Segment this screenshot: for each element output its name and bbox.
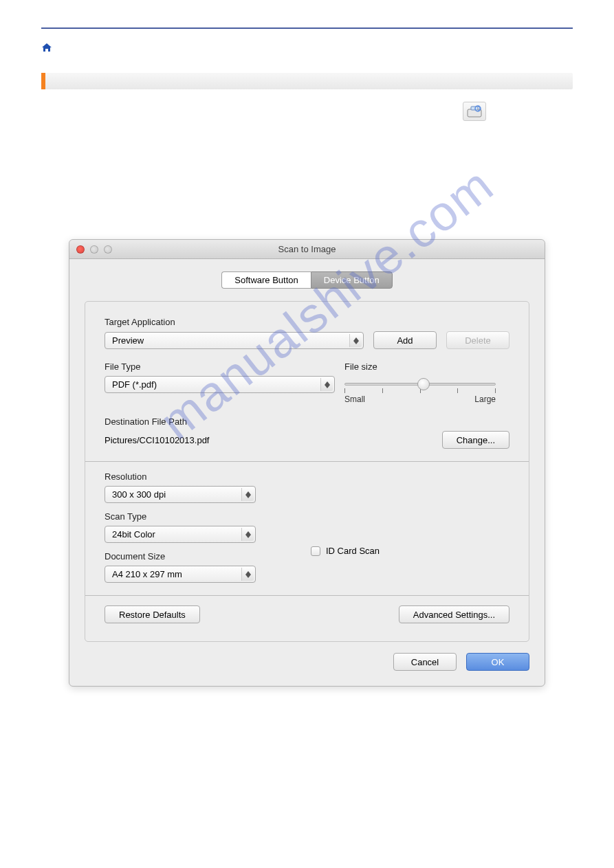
file-size-slider[interactable]: Small Large [344,376,496,404]
scan-type-label: Scan Type [105,511,256,522]
change-button[interactable]: Change... [442,431,509,449]
document-size-select[interactable]: A4 210 x 297 mm [105,566,256,583]
document-size-value: A4 210 x 297 mm [112,569,182,579]
tab-software-button[interactable]: Software Button [221,271,311,289]
file-size-small-label: Small [344,394,365,404]
file-size-label: File size [344,361,509,372]
target-application-value: Preview [112,335,144,346]
target-application-label: Target Application [105,317,509,327]
id-card-scan-label: ID Card Scan [326,546,380,556]
slider-thumb[interactable] [417,378,430,390]
scan-type-select[interactable]: 24bit Color [105,526,256,543]
svg-rect-1 [471,107,478,110]
intro-icon-row [41,102,573,121]
file-type-select[interactable]: PDF (*.pdf) [105,376,335,393]
breadcrumb [41,43,573,52]
resolution-select[interactable]: 300 x 300 dpi [105,486,256,503]
chevron-updown-icon [241,568,254,581]
add-button[interactable]: Add [373,331,437,349]
scan-to-image-icon [463,102,486,121]
chevron-updown-icon [241,528,254,541]
chevron-updown-icon [320,378,333,391]
chevron-updown-icon [241,488,254,501]
resolution-label: Resolution [105,471,256,482]
divider [85,595,529,596]
destination-file-path-value: Pictures/CCI10102013.pdf [105,435,432,445]
scan-type-value: 24bit Color [112,529,155,539]
file-type-label: File Type [105,361,335,372]
id-card-scan-checkbox[interactable] [311,546,320,556]
file-type-value: PDF (*.pdf) [112,379,157,390]
dialog-title: Scan to Image [69,244,545,254]
document-size-label: Document Size [105,551,256,561]
advanced-settings-button[interactable]: Advanced Settings... [399,605,509,623]
settings-panel: Target Application Preview Add Delete F [85,301,529,642]
destination-file-path-label: Destination File Path [105,416,509,427]
titlebar: Scan to Image [69,240,545,259]
section-heading-bar [41,73,573,89]
restore-defaults-button[interactable]: Restore Defaults [105,605,200,623]
tab-device-button[interactable]: Device Button [311,271,393,289]
delete-button: Delete [446,331,509,349]
ok-button[interactable]: OK [466,653,529,671]
top-rule [41,27,573,29]
tab-segmented-control: Software Button Device Button [85,271,529,289]
file-size-large-label: Large [474,394,496,404]
chevron-updown-icon [349,334,362,347]
home-icon[interactable] [41,43,52,52]
cancel-button[interactable]: Cancel [393,653,457,671]
scan-to-image-dialog: Scan to Image Software Button Device But… [69,239,545,687]
target-application-select[interactable]: Preview [105,332,364,349]
divider [85,461,529,462]
resolution-value: 300 x 300 dpi [112,489,166,500]
